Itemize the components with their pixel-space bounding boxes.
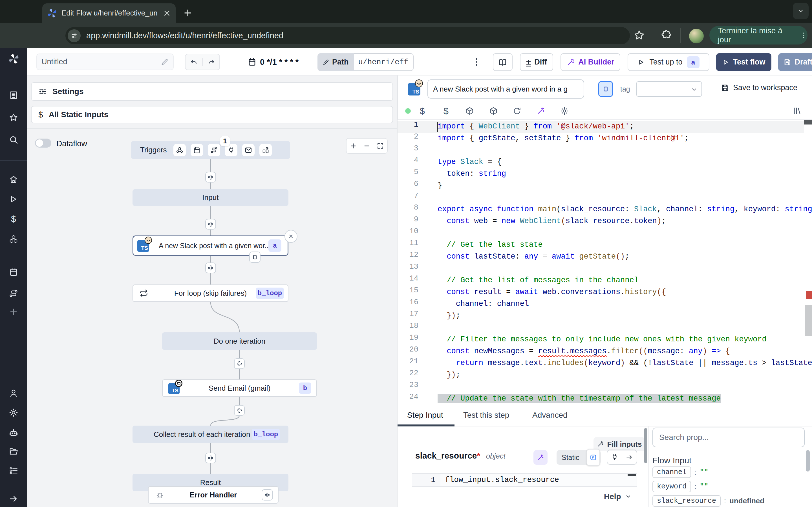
flow-input-prop[interactable]: slack_resource:undefined <box>652 495 764 507</box>
rail-star-icon[interactable] <box>9 113 18 122</box>
rail-folder-icon[interactable] <box>9 446 18 456</box>
prop-name[interactable]: channel <box>652 466 691 478</box>
ai-builder-button[interactable]: AI Builder <box>560 53 620 71</box>
scrollbar-thumb[interactable] <box>805 305 812 336</box>
editor-toolbar-gear-icon[interactable] <box>560 107 569 115</box>
trigger-calendar-icon[interactable] <box>191 144 203 156</box>
ai-fill-button[interactable] <box>534 450 548 465</box>
editor-toolbar-package-icon[interactable] <box>465 107 474 115</box>
test-flow-button[interactable]: Test flow <box>716 53 771 71</box>
rail-plus-icon[interactable] <box>9 307 18 317</box>
draft-button[interactable]: Draft <box>778 53 812 71</box>
rail-person-icon[interactable] <box>9 388 18 398</box>
fill-inputs-button[interactable]: Fill inputs <box>594 437 645 451</box>
editor-toolbar-refresh-icon[interactable] <box>513 107 522 115</box>
tab-advanced[interactable]: Advanced <box>532 411 567 420</box>
triggers-node[interactable]: Triggers 1 <box>131 141 290 159</box>
rail-route-icon[interactable] <box>9 289 18 298</box>
rail-arrow-right-icon[interactable] <box>9 494 18 504</box>
error-handler-node[interactable]: Error Handler <box>148 486 278 504</box>
windmill-logo[interactable] <box>8 54 19 64</box>
flow-name-field[interactable]: Untitled <box>36 54 174 70</box>
do-one-iteration-node[interactable]: Do one iteration <box>162 332 317 350</box>
rail-search-icon[interactable] <box>9 135 18 145</box>
rail-gear-icon[interactable] <box>9 408 18 417</box>
editor-toolbar-wand-icon[interactable] <box>536 107 545 115</box>
add-step-button[interactable] <box>234 358 245 369</box>
rail-play-icon[interactable] <box>9 194 18 204</box>
expr-editor[interactable]: 1 flow_input.slack_resource <box>412 473 637 487</box>
add-step-button[interactable] <box>205 219 216 230</box>
bookmark-star-icon[interactable] <box>633 29 645 41</box>
help-toggle[interactable]: Help <box>604 492 631 501</box>
flow-input-prop[interactable]: channel:"" <box>652 466 764 478</box>
cron-schedule[interactable]: 0 */1 * * * * <box>260 57 299 67</box>
remove-step-button[interactable] <box>285 230 297 243</box>
tab-close-icon[interactable] <box>163 10 170 17</box>
update-chrome-button[interactable]: Terminer la mise à jour <box>709 26 808 45</box>
library-icon[interactable] <box>793 107 802 115</box>
docs-button[interactable] <box>493 53 513 71</box>
flow-input-prop[interactable]: keyword:"" <box>652 481 764 492</box>
connect-input-group[interactable] <box>607 450 637 465</box>
line-number: 11 <box>398 239 418 251</box>
code-line: type Slack = { <box>438 156 812 168</box>
path-control[interactable]: Path u/henri/eff <box>317 53 414 71</box>
redo-button[interactable] <box>203 58 219 66</box>
panel-scrollbar[interactable] <box>644 428 647 463</box>
rail-list-details-icon[interactable] <box>9 466 18 475</box>
input-node[interactable]: Input <box>133 189 289 206</box>
avatar[interactable] <box>689 29 704 43</box>
trigger-route-icon[interactable] <box>208 144 220 156</box>
site-info-icon[interactable] <box>68 29 81 42</box>
static-expr-toggle[interactable]: Static <box>557 450 601 465</box>
add-step-button[interactable] <box>205 263 216 273</box>
slack-step-node[interactable]: TS A new Slack post with a given wor... … <box>133 235 289 256</box>
javascript-expr-icon[interactable] <box>587 449 600 466</box>
add-step-button[interactable] <box>234 405 245 416</box>
trigger-poll-icon[interactable] <box>259 144 272 156</box>
search-prop-input[interactable]: Search prop... <box>652 428 805 447</box>
send-email-node[interactable]: TS Send Email (gmail) b <box>162 379 317 397</box>
editor-toolbar-dollar-icon[interactable]: $ <box>418 107 427 115</box>
browser-tab[interactable]: Edit Flow u/henri/effective_un <box>42 3 175 23</box>
stop-after-step-button[interactable] <box>598 81 613 97</box>
prop-scrollbar[interactable] <box>806 450 810 471</box>
code-line: export async function main(slack_resourc… <box>438 203 812 215</box>
forloop-node[interactable]: For loop (skip failures) b_loop <box>133 284 289 302</box>
diff-button[interactable]: ±Diff <box>520 53 553 71</box>
collect-result-node[interactable]: Collect result of each iteration b_loop <box>133 426 289 443</box>
rail-building-icon[interactable] <box>9 91 18 100</box>
rail-robot-icon[interactable] <box>9 428 18 438</box>
more-menu-icon[interactable] <box>471 57 481 67</box>
pin-step-button[interactable] <box>249 251 260 263</box>
rail-home-icon[interactable] <box>9 175 18 184</box>
undo-button[interactable] <box>186 58 203 66</box>
trigger-webhook-icon[interactable] <box>173 144 186 156</box>
new-tab-button[interactable] <box>183 8 193 18</box>
browser-menu-icon[interactable] <box>800 32 808 39</box>
step-name-input[interactable]: A new Slack post with a given word in a … <box>427 79 584 99</box>
editor-toolbar-package-icon[interactable] <box>489 107 498 115</box>
tab-step-input[interactable]: Step Input <box>407 411 443 420</box>
add-step-button[interactable] <box>205 453 216 463</box>
test-up-to-button[interactable]: Test up to a <box>627 53 709 71</box>
tab-test-this-step[interactable]: Test this step <box>463 411 509 420</box>
tab-search-button[interactable] <box>793 3 809 19</box>
editor-toolbar-dollar-icon[interactable]: $ <box>442 107 451 115</box>
save-to-workspace-button[interactable]: Save to workspace <box>721 83 797 92</box>
rail-dollar-icon[interactable]: $ <box>9 214 18 224</box>
trigger-mail-icon[interactable] <box>242 144 255 156</box>
url-bar[interactable]: app.windmill.dev/flows/edit/u/henri/effe… <box>65 27 630 44</box>
add-step-button[interactable] <box>205 172 216 182</box>
tag-select[interactable] <box>636 81 702 97</box>
add-error-handler-button[interactable] <box>262 489 273 501</box>
rail-cubes-icon[interactable] <box>9 234 18 244</box>
prop-name[interactable]: keyword <box>652 481 691 492</box>
schedule-calendar-icon[interactable] <box>248 57 257 66</box>
prop-name[interactable]: slack_resource <box>652 495 721 507</box>
rail-calendar-icon[interactable] <box>9 267 18 277</box>
code-editor[interactable]: 123456789101112131415161718192021222324 … <box>398 119 812 405</box>
edit-name-pencil-icon[interactable] <box>161 58 168 66</box>
extensions-icon[interactable] <box>660 29 672 41</box>
